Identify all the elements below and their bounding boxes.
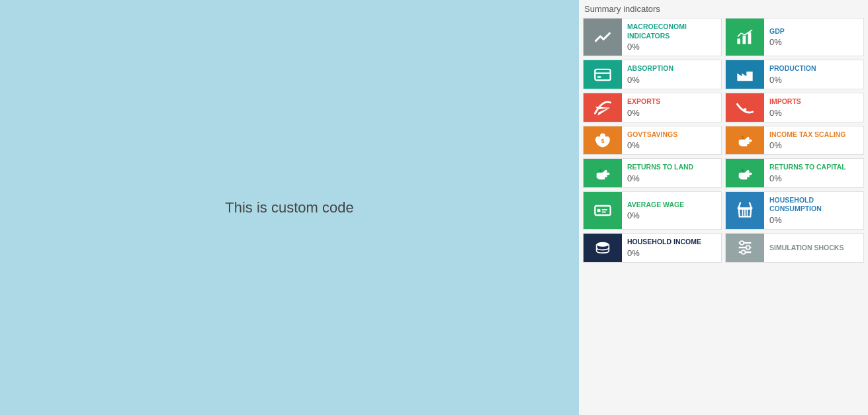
- svg-text:$: $: [742, 135, 744, 140]
- svg-point-21: [597, 242, 609, 247]
- indicator-card-household-income[interactable]: HOUSEHOLD INCOME0%: [583, 233, 722, 263]
- indicator-value-macroeconomic: 0%: [627, 42, 716, 52]
- svg-rect-14: [597, 209, 601, 212]
- indicator-label-macroeconomic: MACROECONOMI INDICATORS: [627, 23, 716, 40]
- svg-point-8: [744, 108, 747, 111]
- indicator-label-gdp: GDP: [769, 27, 785, 36]
- left-panel: This is custom code: [0, 0, 579, 415]
- svg-rect-3: [748, 32, 752, 44]
- indicator-card-govt-savings[interactable]: $GOVTSAVINGS0%: [583, 126, 722, 156]
- indicator-card-income-tax[interactable]: $INCOME TAX SCALING0%: [725, 126, 864, 156]
- indicator-info-gdp: GDP0%: [764, 19, 790, 56]
- indicator-card-average-wage[interactable]: AVERAGE WAGE0%: [583, 191, 722, 230]
- indicator-value-returns-land: 0%: [627, 173, 693, 183]
- indicator-info-household-income: HOUSEHOLD INCOME0%: [622, 234, 707, 262]
- indicator-info-govt-savings: GOVTSAVINGS0%: [622, 126, 683, 155]
- indicator-label-simulation-shocks: SIMULATION SHOCKS: [769, 244, 844, 253]
- indicator-value-returns-capital: 0%: [769, 173, 846, 183]
- indicator-info-returns-capital: RETURNS TO CAPITAL0%: [764, 159, 851, 187]
- indicator-value-household-income: 0%: [627, 248, 701, 258]
- svg-rect-6: [597, 76, 601, 77]
- indicator-icon-macroeconomic: [584, 19, 622, 56]
- indicator-label-exports: EXPORTS: [627, 97, 660, 107]
- indicator-info-income-tax: INCOME TAX SCALING0%: [764, 126, 851, 155]
- summary-title: Summary indicators: [583, 4, 864, 14]
- indicator-info-imports: IMPORTS0%: [764, 93, 806, 122]
- indicator-card-production[interactable]: PRODUCTION0%: [725, 60, 864, 89]
- indicator-icon-returns-land: $: [584, 159, 622, 187]
- indicator-icon-simulation-shocks: [726, 234, 764, 262]
- indicator-label-household-consumption: HOUSEHOLD CONSUMPTION: [769, 196, 858, 214]
- indicator-icon-household-income: [584, 234, 622, 262]
- indicator-label-imports: IMPORTS: [769, 97, 801, 107]
- right-panel: Summary indicators MACROECONOMI INDICATO…: [579, 0, 868, 415]
- svg-rect-1: [737, 38, 740, 44]
- indicator-value-average-wage: 0%: [627, 210, 684, 220]
- indicator-card-gdp[interactable]: GDP0%: [725, 18, 864, 56]
- svg-text:$: $: [601, 138, 605, 144]
- indicator-value-gdp: 0%: [769, 37, 785, 47]
- svg-text:$: $: [742, 167, 744, 173]
- indicator-label-absorption: ABSORPTION: [627, 64, 673, 73]
- svg-point-27: [742, 251, 746, 255]
- indicator-icon-gdp: [726, 19, 764, 56]
- indicator-card-returns-capital[interactable]: $RETURNS TO CAPITAL0%: [725, 158, 864, 188]
- indicator-info-simulation-shocks: SIMULATION SHOCKS: [764, 234, 849, 262]
- indicator-info-absorption: ABSORPTION0%: [622, 60, 679, 89]
- indicator-info-macroeconomic: MACROECONOMI INDICATORS0%: [622, 19, 721, 56]
- indicator-card-exports[interactable]: EXPORTS0%: [583, 93, 722, 122]
- indicator-value-household-consumption: 0%: [769, 215, 858, 225]
- indicator-card-household-consumption[interactable]: HOUSEHOLD CONSUMPTION0%: [725, 191, 864, 230]
- indicator-label-income-tax: INCOME TAX SCALING: [769, 130, 846, 140]
- indicators-grid: MACROECONOMI INDICATORS0%GDP0%ABSORPTION…: [583, 18, 864, 263]
- indicator-label-returns-capital: RETURNS TO CAPITAL: [769, 163, 846, 172]
- indicator-icon-exports: [584, 93, 622, 122]
- indicator-label-govt-savings: GOVTSAVINGS: [627, 130, 677, 140]
- indicator-label-production: PRODUCTION: [769, 64, 816, 73]
- indicator-info-returns-land: RETURNS TO LAND0%: [622, 159, 699, 187]
- indicator-value-govt-savings: 0%: [627, 140, 677, 150]
- indicator-icon-production: [726, 60, 764, 89]
- svg-rect-2: [743, 36, 746, 44]
- indicator-icon-returns-capital: $: [726, 159, 764, 187]
- custom-code-text: This is custom code: [225, 199, 353, 216]
- indicator-card-returns-land[interactable]: $RETURNS TO LAND0%: [583, 158, 722, 188]
- indicator-card-absorption[interactable]: ABSORPTION0%: [583, 60, 722, 89]
- svg-point-26: [746, 246, 750, 250]
- indicator-label-household-income: HOUSEHOLD INCOME: [627, 238, 701, 247]
- indicator-value-exports: 0%: [627, 108, 660, 118]
- indicator-icon-income-tax: $: [726, 126, 764, 155]
- indicator-icon-household-consumption: [726, 192, 764, 229]
- indicator-icon-govt-savings: $: [584, 126, 622, 155]
- indicator-value-absorption: 0%: [627, 75, 673, 85]
- indicator-value-imports: 0%: [769, 108, 801, 118]
- indicator-value-production: 0%: [769, 75, 816, 85]
- svg-text:$: $: [599, 167, 602, 173]
- indicator-icon-imports: [726, 93, 764, 122]
- indicator-info-exports: EXPORTS0%: [622, 93, 666, 122]
- svg-marker-7: [737, 71, 752, 81]
- indicator-info-average-wage: AVERAGE WAGE0%: [622, 192, 689, 229]
- indicator-label-returns-land: RETURNS TO LAND: [627, 163, 693, 172]
- indicator-icon-average-wage: [584, 192, 622, 229]
- indicator-info-production: PRODUCTION0%: [764, 60, 822, 89]
- indicator-label-average-wage: AVERAGE WAGE: [627, 201, 684, 210]
- indicator-icon-absorption: [584, 60, 622, 89]
- indicator-value-income-tax: 0%: [769, 140, 846, 150]
- indicator-info-household-consumption: HOUSEHOLD CONSUMPTION0%: [764, 192, 863, 229]
- svg-rect-13: [595, 206, 610, 215]
- svg-rect-4: [595, 69, 610, 79]
- indicator-card-simulation-shocks[interactable]: SIMULATION SHOCKS: [725, 233, 864, 263]
- indicator-card-imports[interactable]: IMPORTS0%: [725, 93, 864, 122]
- indicator-card-macroeconomic[interactable]: MACROECONOMI INDICATORS0%: [583, 18, 722, 56]
- svg-point-25: [740, 242, 744, 246]
